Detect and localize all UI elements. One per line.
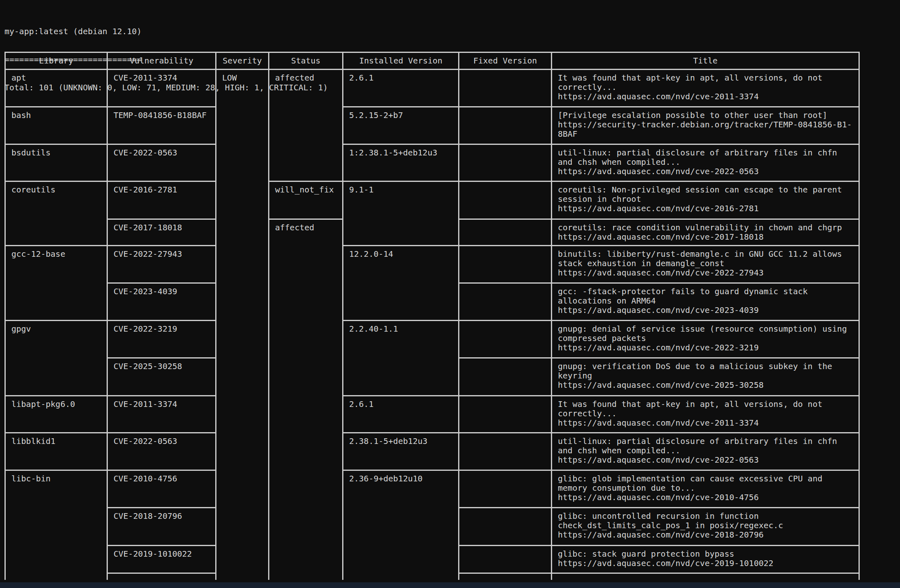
- cell-vulnerability: CVE-2022-3219: [107, 321, 216, 358]
- cell-status: affected: [269, 70, 343, 181]
- cell-fixed-version: [459, 70, 552, 107]
- cell-title: It was found that apt-key in apt, all ve…: [552, 396, 859, 433]
- cell-title: gcc: -fstack-protector fails to guard dy…: [552, 283, 859, 321]
- cell-installed-version: 12.2.0-14: [343, 246, 459, 321]
- vulnerability-table: Library Vulnerability Severity Status In…: [4, 52, 860, 580]
- cell-fixed-version: [459, 508, 552, 546]
- table-row: apt CVE-2011-3374 LOW affected 2.6.1 It …: [5, 70, 859, 107]
- cell-installed-version: 9.1-1: [343, 181, 459, 246]
- table-row: libblkid1 CVE-2022-0563 2.38.1-5+deb12u3…: [5, 433, 859, 470]
- bottom-status-bar: [0, 582, 900, 588]
- cell-fixed-version: [459, 283, 552, 321]
- cell-library: bsdutils: [5, 144, 107, 181]
- cell-vulnerability: CVE-2022-0563: [107, 144, 216, 181]
- cell-title: [Privilege escalation possible to other …: [552, 107, 859, 144]
- cell-fixed-version: [459, 107, 552, 144]
- vulnerability-table-container: Library Vulnerability Severity Status In…: [4, 52, 875, 580]
- cell-library: libapt-pkg6.0: [5, 396, 107, 433]
- cell-library: gpgv: [5, 321, 107, 396]
- column-header-severity: Severity: [216, 52, 269, 70]
- cell-fixed-version: [459, 219, 552, 246]
- table-row: bash TEMP-0841856-B18BAF 5.2.15-2+b7 [Pr…: [5, 107, 859, 144]
- cell-title: coreutils: Non-privileged session can es…: [552, 181, 859, 219]
- cell-fixed-version: [459, 573, 552, 580]
- artifact-title: my-app:latest (debian 12.10): [4, 27, 328, 36]
- cell-library: bash: [5, 107, 107, 144]
- cell-title: gnupg: denial of service issue (resource…: [552, 321, 859, 358]
- cell-vulnerability: CVE-2018-20796: [107, 508, 216, 546]
- cell-title: coreutils: race condition vulnerability …: [552, 219, 859, 246]
- cell-title: [552, 573, 859, 580]
- cell-fixed-version: [459, 358, 552, 396]
- cell-status: will_not_fix: [269, 181, 343, 219]
- cell-fixed-version: [459, 433, 552, 470]
- cell-title: gnupg: verification DoS due to a malicio…: [552, 358, 859, 396]
- table-row: libapt-pkg6.0 CVE-2011-3374 2.6.1 It was…: [5, 396, 859, 433]
- cell-fixed-version: [459, 396, 552, 433]
- cell-installed-version: 2.6.1: [343, 396, 459, 433]
- cell-title: binutils: libiberty/rust-demangle.c in G…: [552, 246, 859, 283]
- cell-status: affected: [269, 219, 343, 580]
- cell-title: util-linux: partial disclosure of arbitr…: [552, 433, 859, 470]
- table-row: gpgv CVE-2022-3219 2.2.40-1.1 gnupg: den…: [5, 321, 859, 358]
- cell-installed-version: 2.2.40-1.1: [343, 321, 459, 396]
- cell-vulnerability: CVE-2011-3374: [107, 70, 216, 107]
- cell-fixed-version: [459, 470, 552, 508]
- cell-installed-version: 5.2.15-2+b7: [343, 107, 459, 144]
- cell-fixed-version: [459, 144, 552, 181]
- cell-library: coreutils: [5, 181, 107, 246]
- column-header-fixed-version: Fixed Version: [459, 52, 552, 70]
- cell-library: gcc-12-base: [5, 246, 107, 321]
- column-header-title: Title: [552, 52, 859, 70]
- table-row: coreutils CVE-2016-2781 will_not_fix 9.1…: [5, 181, 859, 219]
- table-row: bsdutils CVE-2022-0563 1:2.38.1-5+deb12u…: [5, 144, 859, 181]
- cell-vulnerability: CVE-2022-0563: [107, 433, 216, 470]
- cell-title: util-linux: partial disclosure of arbitr…: [552, 144, 859, 181]
- cell-vulnerability: CVE-2017-18018: [107, 219, 216, 246]
- cell-vulnerability: TEMP-0841856-B18BAF: [107, 107, 216, 144]
- cell-vulnerability: CVE-2016-2781: [107, 181, 216, 219]
- cell-vulnerability: CVE-2010-4756: [107, 470, 216, 508]
- cell-title: It was found that apt-key in apt, all ve…: [552, 70, 859, 107]
- cell-fixed-version: [459, 321, 552, 358]
- cell-installed-version: 2.6.1: [343, 70, 459, 107]
- cell-vulnerability: CVE-2011-3374: [107, 396, 216, 433]
- cell-fixed-version: [459, 181, 552, 219]
- cell-vulnerability: CVE-2025-30258: [107, 358, 216, 396]
- cell-fixed-version: [459, 546, 552, 573]
- cell-severity: LOW: [216, 70, 269, 580]
- cell-installed-version: 1:2.38.1-5+deb12u3: [343, 144, 459, 181]
- cell-installed-version: 2.38.1-5+deb12u3: [343, 433, 459, 470]
- cell-title: glibc: stack guard protection bypass htt…: [552, 546, 859, 573]
- cell-library: libblkid1: [5, 433, 107, 470]
- cell-title: glibc: uncontrolled recursion in functio…: [552, 508, 859, 546]
- cell-vulnerability: CVE-2022-27943: [107, 246, 216, 283]
- cell-fixed-version: [459, 246, 552, 283]
- cell-vulnerability: CVE-2023-4039: [107, 283, 216, 321]
- column-header-status: Status: [269, 52, 343, 70]
- cell-vulnerability: [107, 573, 216, 580]
- column-header-vulnerability: Vulnerability: [107, 52, 216, 70]
- table-header-row: Library Vulnerability Severity Status In…: [5, 52, 859, 70]
- cell-installed-version: 2.36-9+deb12u10: [343, 470, 459, 580]
- table-row: gcc-12-base CVE-2022-27943 12.2.0-14 bin…: [5, 246, 859, 283]
- column-header-installed-version: Installed Version: [343, 52, 459, 70]
- column-header-library: Library: [5, 52, 107, 70]
- cell-library: libc-bin: [5, 470, 107, 580]
- cell-library: apt: [5, 70, 107, 107]
- cell-title: glibc: glob implementation can cause exc…: [552, 470, 859, 508]
- table-row: libc-bin CVE-2010-4756 2.36-9+deb12u10 g…: [5, 470, 859, 508]
- cell-vulnerability: CVE-2019-1010022: [107, 546, 216, 573]
